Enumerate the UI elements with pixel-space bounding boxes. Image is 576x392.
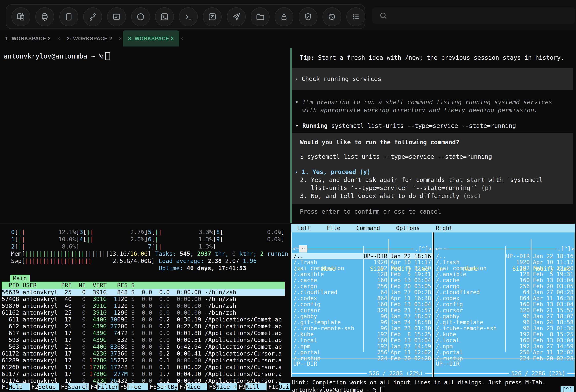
file-row[interactable]: /.cargo256Feb 20 03:05: [434, 283, 575, 289]
mc-menu-options[interactable]: Options: [396, 224, 420, 233]
process-row[interactable]: 61162 antonvkryl 25 0 391G 1296 S 0.0 0.…: [1, 309, 285, 316]
file-row[interactable]: /.icube-remote-ssh96Jan 23 01:30: [434, 325, 575, 332]
mc-pane[interactable]: LeftFileCommandOptionsRight <─~.[^]> .nN…: [291, 223, 576, 392]
file-row[interactable]: /.kube192Feb 8 15:25: [434, 332, 575, 338]
toolbar-button-window[interactable]: [59, 7, 78, 26]
mc-menu-left[interactable]: Left: [297, 224, 311, 233]
file-row[interactable]: /.codex864Apr 11 16:38: [434, 295, 575, 301]
file-row[interactable]: /.cursor320Feb 21 15:57: [434, 307, 575, 314]
mc-shell-prompt[interactable]: antonvkrylov@antonmba ~ %: [292, 386, 384, 392]
toolbar-button-shield-check[interactable]: [299, 7, 317, 26]
file-row[interactable]: /.local160Feb 13 03:04: [434, 338, 575, 343]
pane-divider[interactable]: [290, 48, 292, 223]
toolbar-button-history[interactable]: [322, 7, 341, 26]
tab-close-icon[interactable]: ×: [179, 35, 184, 42]
fkey-f8[interactable]: F8: [207, 383, 216, 391]
fkey-f5[interactable]: F5: [118, 383, 127, 391]
tab-workspace-2[interactable]: 2: WORKSPACE 2: [61, 30, 117, 47]
tab-close-icon[interactable]: ×: [56, 35, 61, 42]
file-row[interactable]: /.npm192Jan 27 14:59: [292, 343, 432, 349]
process-row[interactable]: 611 antonvkryl 17 0 440G 30096 S 0.0 0.2…: [1, 316, 285, 323]
fkey-f2[interactable]: F2: [30, 383, 38, 391]
fkey-label-quit[interactable]: Quit: [279, 383, 290, 391]
file-row[interactable]: /.git-template96Jan 24 18:58: [434, 319, 575, 325]
fkey-f10[interactable]: F10: [266, 383, 279, 391]
file-row[interactable]: /.config160Feb 13 03:04: [434, 301, 575, 307]
fkey-f9[interactable]: F9: [237, 383, 246, 391]
option-yes[interactable]: › 1. Yes, proceed (y): [294, 168, 371, 175]
mc-left-panel[interactable]: <─~.[^]> .nNameSizeModify time /..UP--DI…: [291, 233, 433, 377]
htop-main-tab[interactable]: Main: [10, 275, 30, 282]
option-dont-ask[interactable]: 2. Yes, and don't ask again for commands…: [300, 176, 543, 183]
fkey-f3[interactable]: F3: [59, 383, 68, 391]
fkey-f1[interactable]: F1: [0, 383, 9, 391]
tab-workspace-3[interactable]: 3: WORKSPACE 3: [123, 30, 179, 47]
file-row[interactable]: /.gabby96Jan 27 18:07: [434, 314, 575, 319]
file-row[interactable]: /.ansible128Feb 5 19:31: [292, 271, 432, 277]
file-row[interactable]: /.Trash1920Apr 10 11:17: [292, 259, 432, 265]
file-row[interactable]: /..UP--DIRJan 22 18:16: [292, 253, 432, 259]
file-row[interactable]: /.ansible128Feb 5 19:31: [434, 271, 575, 277]
process-row[interactable]: 57408 antonvkryl 40 0 391G 1120 S 0.0 0.…: [1, 296, 285, 302]
process-row[interactable]: 617 antonvkryl 17 0 439G 7472 S 0.0 0.0 …: [1, 330, 285, 337]
file-row[interactable]: /.icube-remote-ssh96Jan 23 01:30: [292, 325, 432, 332]
process-row[interactable]: 563 antonvkryl 21 0 440G 83680 S 0.0 0.5…: [1, 343, 285, 350]
fkey-f7[interactable]: F7: [178, 383, 186, 391]
toolbar-button-terminal-frame[interactable]: [155, 7, 174, 26]
mc-menu-right[interactable]: Right: [436, 224, 453, 233]
tab-workspace-1[interactable]: 1: WORKSPACE 2: [0, 30, 56, 47]
mc-right-panel[interactable]: <─~.[^]> .nNameSizeModify time /..UP--DI…: [433, 233, 575, 377]
file-row[interactable]: /.ai_completion192Feb 1 22:20: [434, 265, 575, 271]
toolbar-button-folder[interactable]: [251, 7, 270, 26]
fkey-label-help[interactable]: Help: [9, 383, 30, 391]
file-row[interactable]: /.cloudflared64Jan 27 00:28: [292, 289, 432, 295]
option-no[interactable]: 3. No, and tell Codex what to do differe…: [300, 192, 481, 199]
file-row[interactable]: /.ai_completion192Feb 1 22:20: [292, 265, 432, 271]
fkey-label-tree[interactable]: Tree: [127, 383, 148, 391]
fkey-f4[interactable]: F4: [89, 383, 97, 391]
process-row[interactable]: 61260 antonvkryl 17 0 1778G 17248 S 0.0 …: [1, 364, 285, 370]
process-row[interactable]: 593 antonvkryl 17 0 439G 832 S 0.0 0.0 0…: [1, 337, 285, 343]
mc-menu-command[interactable]: Command: [356, 224, 380, 233]
fkey-label-nice-[interactable]: Nice +: [216, 383, 237, 391]
file-row[interactable]: /.cache160Feb 13 03:04: [434, 277, 575, 283]
process-row[interactable]: 59870 antonvkryl 40 0 391G 1120 S 0.0 0.…: [1, 302, 285, 309]
file-row[interactable]: /..UP--DIRJan 22 18:16: [434, 253, 575, 259]
htop-pane[interactable]: 0[||12.1%]3[||2.7%]5[||3.3%]8[0.0%]1[||1…: [0, 224, 290, 392]
toolbar-button-send[interactable]: [227, 7, 246, 26]
fkey-label-search[interactable]: Search: [68, 383, 89, 391]
toolbar-button-server-card[interactable]: [107, 7, 126, 26]
toolbar-button-lock[interactable]: [275, 7, 293, 26]
file-row[interactable]: /.local160Feb 13 03:04: [292, 338, 432, 343]
process-row[interactable]: 61177 antonvkryl 17 0 1780G 277M S 0.0 1…: [1, 370, 285, 377]
file-row[interactable]: /.cache160Feb 13 03:04: [292, 277, 432, 283]
toolbar-button-database[interactable]: [35, 7, 54, 26]
toolbar-button-prompt[interactable]: [179, 7, 198, 26]
panel-path[interactable]: ~: [299, 245, 307, 253]
process-row[interactable]: 61289 antonvkryl 17 0 1778G 15232 S 0.0 …: [1, 357, 285, 364]
process-row[interactable]: 612 antonvkryl 21 0 439G 27200 S 0.0 0.2…: [1, 323, 285, 330]
fkey-label-setup[interactable]: Setup: [38, 383, 59, 391]
approval-dialog[interactable]: Would you like to run the following comm…: [292, 133, 573, 204]
file-row[interactable]: /.cursor320Feb 21 15:57: [292, 307, 432, 314]
file-row[interactable]: /.npm192Jan 27 14:59: [434, 343, 575, 349]
file-row[interactable]: /.cloudflared64Jan 27 00:28: [434, 289, 575, 295]
codex-pane[interactable]: Tip: Start a fresh idea with /new; the p…: [292, 47, 576, 223]
fkey-label-filter[interactable]: Filter: [97, 383, 118, 391]
file-row[interactable]: /.portal256Apr 11 12:02: [434, 349, 575, 356]
terminal-pane[interactable]: antonvkrylov@antonmba ~ %: [0, 47, 290, 223]
toolbar-button-circle[interactable]: [131, 7, 150, 26]
file-row[interactable]: /.git-template96Jan 24 18:58: [292, 319, 432, 325]
fkey-label-sortby[interactable]: SortBy: [157, 383, 178, 391]
file-row[interactable]: /.portal256Apr 11 12:02: [292, 349, 432, 356]
file-row[interactable]: /.gabby96Jan 27 18:07: [292, 314, 432, 319]
fkey-f6[interactable]: F6: [148, 383, 157, 391]
file-row[interactable]: /.kube192Feb 8 15:25: [292, 332, 432, 338]
fkey-label-kill[interactable]: Kill: [245, 383, 266, 391]
toolbar-button-list[interactable]: [346, 7, 365, 26]
toolbar-button-compose[interactable]: [203, 7, 222, 26]
tab-close-icon[interactable]: ×: [117, 35, 123, 42]
mc-menu-file[interactable]: File: [327, 224, 340, 233]
file-row[interactable]: /.Trash1920Apr 10 11:17: [434, 259, 575, 265]
panel-path[interactable]: ~: [441, 245, 450, 253]
